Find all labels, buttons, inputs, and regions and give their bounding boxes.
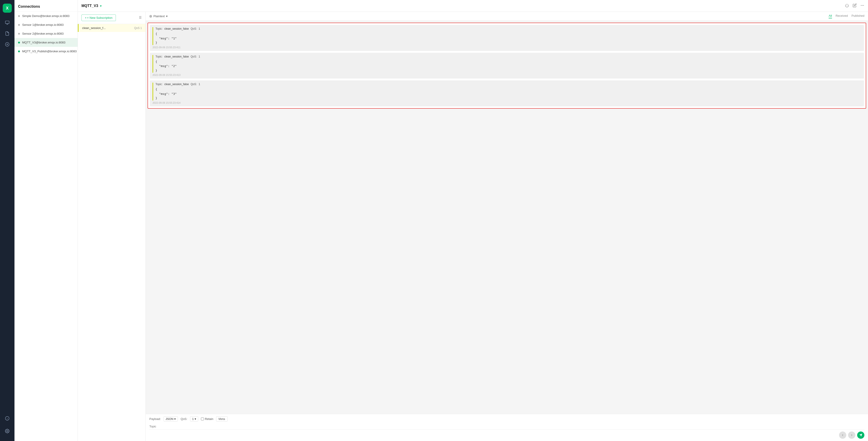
retain-check[interactable] (201, 417, 204, 420)
topbar-title: MQTT_V3 (82, 4, 98, 8)
connection-dot (18, 24, 20, 26)
nav-icon-info[interactable] (3, 414, 12, 423)
retain-label: Retain (205, 417, 213, 421)
connection-item-mqtt-v3-publish[interactable]: MQTT_V3_Publish@broker.emqx.io:8083 (14, 47, 78, 56)
message-timestamp: 2022-09-06 15:55:23:414 (153, 101, 861, 104)
nav-icon-connections[interactable] (3, 18, 12, 27)
message-card: Topic: clean_session_false QoS: 1 { "msg… (150, 25, 864, 51)
send-button[interactable] (857, 432, 864, 439)
topbar-chevron-icon[interactable]: ▾ (100, 4, 102, 8)
message-topic-key: Topic: (155, 55, 162, 58)
publish-actions (149, 432, 864, 439)
nav-bar: X (0, 0, 14, 441)
payload-label: Payload: (149, 417, 161, 421)
content-area: + + New Subscription clean_session_f... … (78, 12, 868, 441)
message-timestamp: 2022-09-06 15:55:23:411 (153, 46, 861, 49)
sidebar: Connections Simple Demo@broker.emqx.io:8… (14, 0, 78, 441)
svg-rect-0 (5, 21, 9, 24)
plaintext-dot (149, 15, 152, 18)
message-card: Topic: clean_session_false QoS: 1 { "msg… (150, 80, 864, 107)
forward-button[interactable] (848, 432, 855, 439)
message-filter-tabs: All Received Published (829, 14, 864, 18)
subscriptions-panel: + + New Subscription clean_session_f... … (78, 12, 146, 441)
message-body: { "msg": "1"} (155, 32, 861, 45)
edit-icon[interactable] (852, 3, 857, 8)
qos-chevron: ▾ (195, 417, 196, 421)
topbar: MQTT_V3 ▾ (78, 0, 868, 12)
power-icon[interactable] (845, 3, 849, 8)
plaintext-chevron-icon: ▾ (166, 14, 168, 18)
plaintext-label: Plaintext (153, 14, 165, 18)
back-button[interactable] (839, 432, 846, 439)
connection-item-sensor2[interactable]: Sensor 2@broker.emqx.io:8083 (14, 29, 78, 38)
connection-dot (18, 15, 20, 17)
message-topic-value: clean_session_false (164, 83, 189, 86)
connection-dot (18, 42, 20, 43)
message-topic-line: Topic: clean_session_false QoS: 1 (155, 83, 861, 86)
connection-dot (18, 51, 20, 52)
message-topic-line: Topic: clean_session_false QoS: 1 (155, 55, 861, 58)
svg-point-11 (861, 5, 862, 6)
qos-label: QoS: (181, 417, 187, 421)
plaintext-button[interactable]: Plaintext ▾ (149, 14, 168, 18)
message-timestamp: 2022-09-06 15:55:23:413 (153, 74, 861, 76)
payload-format-select[interactable]: JSON ▾ (164, 416, 178, 421)
message-topic-line: Topic: clean_session_false QoS: 1 (155, 27, 861, 30)
nav-icon-settings[interactable] (3, 427, 12, 436)
meta-button[interactable]: Meta (216, 416, 228, 421)
messages-panel: Plaintext ▾ All Received Published (146, 12, 868, 441)
svg-point-12 (862, 5, 863, 6)
tab-received[interactable]: Received (836, 14, 848, 18)
publish-bar: Payload: JSON ▾ QoS: 1 ▾ Retain Meta (146, 414, 868, 441)
svg-point-13 (864, 5, 864, 6)
sidebar-title: Connections (14, 0, 78, 11)
message-qos-value: 1 (199, 83, 200, 86)
new-subscription-label: + New Subscription (87, 16, 113, 20)
app-logo[interactable]: X (3, 4, 12, 13)
subscription-item[interactable]: clean_session_f... QoS 1 (78, 24, 146, 32)
message-card-inner: Topic: clean_session_false QoS: 1 { "msg… (153, 27, 861, 45)
qos-select[interactable]: 1 ▾ (190, 416, 198, 421)
message-topic-key: Topic: (155, 27, 162, 30)
connection-item-sensor1[interactable]: Sensor 1@broker.emqx.io:8083 (14, 20, 78, 29)
nav-icon-scripts[interactable] (3, 29, 12, 38)
connection-label: Simple Demo@broker.emqx.io:8083 (22, 14, 69, 18)
message-body: { "msg": "3"} (155, 87, 861, 100)
connection-item-simple-demo[interactable]: Simple Demo@broker.emqx.io:8083 (14, 11, 78, 20)
topic-input[interactable] (149, 423, 864, 430)
connection-item-mqtt-v3[interactable]: MQTT_V3@broker.emqx.io:8083 (14, 38, 78, 47)
publish-options: Payload: JSON ▾ QoS: 1 ▾ Retain Meta (149, 416, 864, 421)
plus-icon: + (85, 16, 87, 20)
connection-dot (18, 33, 20, 35)
payload-format-value: JSON (166, 417, 174, 421)
subscriptions-toolbar: + + New Subscription (78, 12, 146, 24)
message-card: Topic: clean_session_false QoS: 1 { "msg… (150, 53, 864, 79)
retain-checkbox[interactable]: Retain (201, 417, 213, 421)
svg-point-9 (7, 431, 8, 432)
filter-icon[interactable] (138, 16, 142, 20)
payload-format-chevron: ▾ (174, 417, 176, 421)
nav-icon-add[interactable] (3, 40, 12, 49)
connection-label: MQTT_V3@broker.emqx.io:8083 (22, 41, 65, 44)
subscription-topic: clean_session_f... (82, 26, 106, 30)
new-subscription-button[interactable]: + + New Subscription (82, 14, 116, 21)
message-qos-key: QoS: (190, 55, 197, 58)
message-topic-value: clean_session_false (164, 55, 189, 58)
connection-label: Sensor 2@broker.emqx.io:8083 (22, 32, 64, 35)
main-area: MQTT_V3 ▾ (78, 0, 868, 441)
message-qos-value: 1 (199, 27, 200, 30)
messages-toolbar: Plaintext ▾ All Received Published (146, 12, 868, 21)
message-card-inner: Topic: clean_session_false QoS: 1 { "msg… (153, 55, 861, 73)
connection-label: MQTT_V3_Publish@broker.emqx.io:8083 (22, 50, 77, 53)
message-qos-key: QoS: (190, 27, 197, 30)
more-icon[interactable] (860, 3, 864, 8)
connection-label: Sensor 1@broker.emqx.io:8083 (22, 23, 64, 27)
qos-value: 1 (192, 417, 194, 421)
tab-all[interactable]: All (829, 14, 832, 18)
subscription-qos: QoS 1 (134, 27, 142, 30)
message-card-inner: Topic: clean_session_false QoS: 1 { "msg… (153, 83, 861, 100)
message-qos-value: 1 (199, 55, 200, 58)
tab-published[interactable]: Published (851, 14, 864, 18)
message-qos-key: QoS: (190, 83, 197, 86)
message-body: { "msg": "2"} (155, 60, 861, 73)
